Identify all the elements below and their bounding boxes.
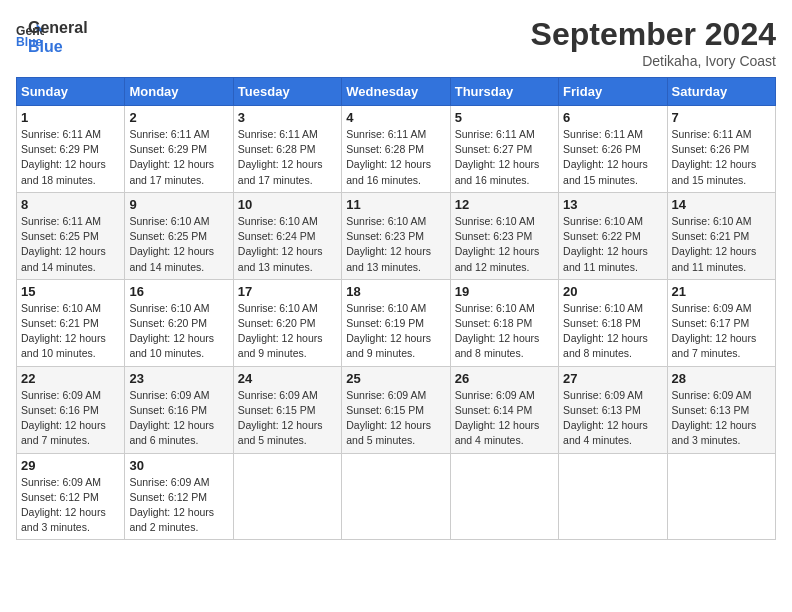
calendar-cell: 20 Sunrise: 6:10 AM Sunset: 6:18 PM Dayl…: [559, 279, 667, 366]
calendar-cell: [450, 453, 558, 540]
calendar-cell: [667, 453, 775, 540]
day-number: 29: [21, 458, 120, 473]
header-thursday: Thursday: [450, 78, 558, 106]
day-number: 22: [21, 371, 120, 386]
day-info: Sunrise: 6:11 AM Sunset: 6:26 PM Dayligh…: [563, 127, 662, 188]
calendar-cell: 7 Sunrise: 6:11 AM Sunset: 6:26 PM Dayli…: [667, 106, 775, 193]
day-number: 3: [238, 110, 337, 125]
day-info: Sunrise: 6:10 AM Sunset: 6:20 PM Dayligh…: [129, 301, 228, 362]
month-title: September 2024: [531, 16, 776, 53]
calendar-cell: 27 Sunrise: 6:09 AM Sunset: 6:13 PM Dayl…: [559, 366, 667, 453]
day-info: Sunrise: 6:09 AM Sunset: 6:12 PM Dayligh…: [129, 475, 228, 536]
calendar-cell: 28 Sunrise: 6:09 AM Sunset: 6:13 PM Dayl…: [667, 366, 775, 453]
header-monday: Monday: [125, 78, 233, 106]
calendar-cell: 30 Sunrise: 6:09 AM Sunset: 6:12 PM Dayl…: [125, 453, 233, 540]
day-info: Sunrise: 6:09 AM Sunset: 6:17 PM Dayligh…: [672, 301, 771, 362]
day-info: Sunrise: 6:09 AM Sunset: 6:13 PM Dayligh…: [672, 388, 771, 449]
day-number: 2: [129, 110, 228, 125]
logo-text-blue: Blue: [28, 37, 88, 56]
calendar-cell: 29 Sunrise: 6:09 AM Sunset: 6:12 PM Dayl…: [17, 453, 125, 540]
day-number: 11: [346, 197, 445, 212]
day-info: Sunrise: 6:11 AM Sunset: 6:28 PM Dayligh…: [346, 127, 445, 188]
calendar-cell: 23 Sunrise: 6:09 AM Sunset: 6:16 PM Dayl…: [125, 366, 233, 453]
calendar-week-2: 8 Sunrise: 6:11 AM Sunset: 6:25 PM Dayli…: [17, 192, 776, 279]
day-info: Sunrise: 6:11 AM Sunset: 6:25 PM Dayligh…: [21, 214, 120, 275]
title-block: September 2024 Detikaha, Ivory Coast: [531, 16, 776, 69]
calendar-cell: 13 Sunrise: 6:10 AM Sunset: 6:22 PM Dayl…: [559, 192, 667, 279]
day-info: Sunrise: 6:09 AM Sunset: 6:14 PM Dayligh…: [455, 388, 554, 449]
header-wednesday: Wednesday: [342, 78, 450, 106]
day-info: Sunrise: 6:09 AM Sunset: 6:16 PM Dayligh…: [129, 388, 228, 449]
calendar-cell: 15 Sunrise: 6:10 AM Sunset: 6:21 PM Dayl…: [17, 279, 125, 366]
day-number: 5: [455, 110, 554, 125]
calendar-cell: 16 Sunrise: 6:10 AM Sunset: 6:20 PM Dayl…: [125, 279, 233, 366]
day-info: Sunrise: 6:09 AM Sunset: 6:12 PM Dayligh…: [21, 475, 120, 536]
day-info: Sunrise: 6:10 AM Sunset: 6:19 PM Dayligh…: [346, 301, 445, 362]
day-info: Sunrise: 6:11 AM Sunset: 6:29 PM Dayligh…: [129, 127, 228, 188]
calendar-cell: 25 Sunrise: 6:09 AM Sunset: 6:15 PM Dayl…: [342, 366, 450, 453]
calendar-cell: [342, 453, 450, 540]
day-number: 19: [455, 284, 554, 299]
day-number: 10: [238, 197, 337, 212]
day-number: 30: [129, 458, 228, 473]
day-number: 26: [455, 371, 554, 386]
calendar-cell: 4 Sunrise: 6:11 AM Sunset: 6:28 PM Dayli…: [342, 106, 450, 193]
day-number: 8: [21, 197, 120, 212]
day-number: 20: [563, 284, 662, 299]
calendar-cell: 8 Sunrise: 6:11 AM Sunset: 6:25 PM Dayli…: [17, 192, 125, 279]
day-number: 21: [672, 284, 771, 299]
calendar-header: SundayMondayTuesdayWednesdayThursdayFrid…: [17, 78, 776, 106]
day-number: 24: [238, 371, 337, 386]
day-info: Sunrise: 6:11 AM Sunset: 6:27 PM Dayligh…: [455, 127, 554, 188]
day-info: Sunrise: 6:09 AM Sunset: 6:15 PM Dayligh…: [238, 388, 337, 449]
logo: General Blue General Blue: [16, 16, 88, 56]
calendar-week-3: 15 Sunrise: 6:10 AM Sunset: 6:21 PM Dayl…: [17, 279, 776, 366]
calendar-cell: 12 Sunrise: 6:10 AM Sunset: 6:23 PM Dayl…: [450, 192, 558, 279]
day-number: 13: [563, 197, 662, 212]
day-info: Sunrise: 6:10 AM Sunset: 6:21 PM Dayligh…: [21, 301, 120, 362]
day-number: 7: [672, 110, 771, 125]
day-info: Sunrise: 6:10 AM Sunset: 6:21 PM Dayligh…: [672, 214, 771, 275]
day-number: 27: [563, 371, 662, 386]
calendar-cell: 10 Sunrise: 6:10 AM Sunset: 6:24 PM Dayl…: [233, 192, 341, 279]
calendar-week-1: 1 Sunrise: 6:11 AM Sunset: 6:29 PM Dayli…: [17, 106, 776, 193]
day-number: 12: [455, 197, 554, 212]
calendar-table: SundayMondayTuesdayWednesdayThursdayFrid…: [16, 77, 776, 540]
calendar-cell: 26 Sunrise: 6:09 AM Sunset: 6:14 PM Dayl…: [450, 366, 558, 453]
day-number: 4: [346, 110, 445, 125]
day-number: 17: [238, 284, 337, 299]
day-number: 28: [672, 371, 771, 386]
day-info: Sunrise: 6:09 AM Sunset: 6:16 PM Dayligh…: [21, 388, 120, 449]
calendar-cell: 14 Sunrise: 6:10 AM Sunset: 6:21 PM Dayl…: [667, 192, 775, 279]
day-number: 18: [346, 284, 445, 299]
day-number: 16: [129, 284, 228, 299]
calendar-week-4: 22 Sunrise: 6:09 AM Sunset: 6:16 PM Dayl…: [17, 366, 776, 453]
calendar-cell: 1 Sunrise: 6:11 AM Sunset: 6:29 PM Dayli…: [17, 106, 125, 193]
day-number: 25: [346, 371, 445, 386]
day-info: Sunrise: 6:10 AM Sunset: 6:18 PM Dayligh…: [563, 301, 662, 362]
calendar-week-5: 29 Sunrise: 6:09 AM Sunset: 6:12 PM Dayl…: [17, 453, 776, 540]
day-info: Sunrise: 6:11 AM Sunset: 6:26 PM Dayligh…: [672, 127, 771, 188]
day-info: Sunrise: 6:11 AM Sunset: 6:28 PM Dayligh…: [238, 127, 337, 188]
location: Detikaha, Ivory Coast: [531, 53, 776, 69]
day-info: Sunrise: 6:09 AM Sunset: 6:13 PM Dayligh…: [563, 388, 662, 449]
day-info: Sunrise: 6:10 AM Sunset: 6:23 PM Dayligh…: [455, 214, 554, 275]
calendar-cell: 22 Sunrise: 6:09 AM Sunset: 6:16 PM Dayl…: [17, 366, 125, 453]
calendar-cell: 17 Sunrise: 6:10 AM Sunset: 6:20 PM Dayl…: [233, 279, 341, 366]
calendar-cell: 19 Sunrise: 6:10 AM Sunset: 6:18 PM Dayl…: [450, 279, 558, 366]
calendar-cell: 2 Sunrise: 6:11 AM Sunset: 6:29 PM Dayli…: [125, 106, 233, 193]
logo-text-general: General: [28, 18, 88, 37]
day-info: Sunrise: 6:10 AM Sunset: 6:20 PM Dayligh…: [238, 301, 337, 362]
header-friday: Friday: [559, 78, 667, 106]
day-info: Sunrise: 6:10 AM Sunset: 6:24 PM Dayligh…: [238, 214, 337, 275]
calendar-cell: 11 Sunrise: 6:10 AM Sunset: 6:23 PM Dayl…: [342, 192, 450, 279]
day-info: Sunrise: 6:10 AM Sunset: 6:23 PM Dayligh…: [346, 214, 445, 275]
header-sunday: Sunday: [17, 78, 125, 106]
calendar-cell: [559, 453, 667, 540]
day-info: Sunrise: 6:10 AM Sunset: 6:18 PM Dayligh…: [455, 301, 554, 362]
page-header: General Blue General Blue September 2024…: [16, 16, 776, 69]
header-tuesday: Tuesday: [233, 78, 341, 106]
day-info: Sunrise: 6:09 AM Sunset: 6:15 PM Dayligh…: [346, 388, 445, 449]
day-info: Sunrise: 6:10 AM Sunset: 6:25 PM Dayligh…: [129, 214, 228, 275]
calendar-cell: 9 Sunrise: 6:10 AM Sunset: 6:25 PM Dayli…: [125, 192, 233, 279]
